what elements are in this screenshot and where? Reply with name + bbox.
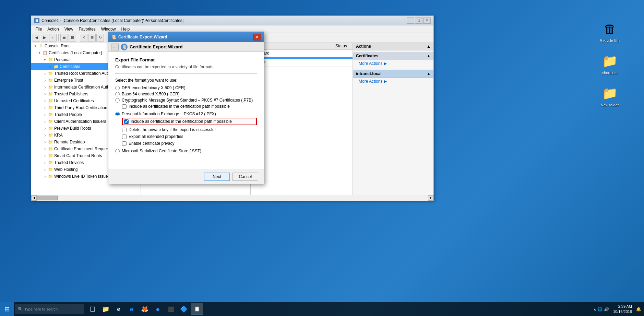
expand-trusted-root[interactable]: ▷ [42, 71, 48, 76]
checkbox-pkcs7-include[interactable] [122, 104, 127, 109]
expand-windows-live[interactable]: ▷ [42, 174, 48, 179]
format-pkcs7[interactable]: Cryptographic Message Syntax Standard – … [115, 98, 257, 103]
menu-favorites[interactable]: Favorites [76, 26, 98, 32]
toolbar-forward[interactable]: ▶ [41, 34, 48, 42]
expand-preview-build[interactable]: ▷ [42, 126, 48, 131]
radio-base64[interactable] [115, 92, 120, 96]
taskbar-firefox[interactable]: 🦊 [139, 303, 151, 315]
expand-web-hosting[interactable]: ▷ [42, 167, 48, 172]
expand-remote-desktop[interactable]: ▷ [42, 139, 48, 145]
more-actions-certs-button[interactable]: More Actions ▶ [353, 60, 433, 67]
taskbar-clock[interactable]: 2:39 AM 10/16/2018 [610, 304, 635, 315]
expand-certs-local[interactable]: ▼ [37, 50, 42, 56]
pfx-delete-key[interactable]: Delete the private key if the export is … [122, 127, 257, 132]
checkbox-pfx-delete-key[interactable] [122, 128, 127, 132]
checkbox-pfx-export-props[interactable] [122, 134, 127, 139]
dialog-back-button[interactable]: ← [111, 44, 119, 50]
toolbar-back[interactable]: ◀ [33, 34, 40, 42]
expand-trusted-people[interactable]: ▷ [42, 112, 48, 117]
menu-window[interactable]: Window [98, 26, 119, 32]
certs-collapse-icon[interactable]: ▲ [427, 54, 431, 58]
pfx-include-certs[interactable]: Include all certificates in the certific… [122, 118, 257, 125]
name-item-intranet[interactable] [251, 57, 353, 59]
expand-personal[interactable]: ▼ [42, 57, 48, 62]
format-pfx[interactable]: Personal Information Exchange – PKCS #12… [115, 112, 257, 116]
scroll-left[interactable]: ◀ [31, 195, 37, 201]
pfx-export-props[interactable]: Export all extended properties [122, 134, 257, 139]
pkcs7-include-certs[interactable]: Include all certificates in the certific… [122, 104, 257, 109]
expand-enterprise-trust[interactable]: ▷ [42, 78, 48, 83]
expand-trusted-publishers[interactable]: ▷ [42, 91, 48, 97]
desktop-icons: 🗑 Recycle Bin 📁 shortcuts 📁 New folder [596, 21, 623, 107]
toolbar-2[interactable]: ⊞ [69, 34, 76, 42]
label-pfx-enable-privacy: Enable certificate privacy [129, 141, 174, 146]
notification-icon[interactable]: 🔔 [636, 307, 641, 312]
scroll-right[interactable]: ▶ [428, 195, 433, 201]
expand-untrusted-certs[interactable]: ▷ [42, 98, 48, 104]
format-base64[interactable]: Base-64 encoded X.509 (.CER) [115, 92, 257, 96]
more-actions-certs-arrow: ▶ [384, 61, 387, 66]
toolbar-refresh[interactable]: ↻ [96, 34, 104, 42]
expand-trusted-devices[interactable]: ▷ [42, 160, 48, 165]
name-item-wildcard[interactable]: Wildcard [251, 50, 353, 57]
expand-intermediate-ca[interactable]: ▷ [42, 84, 48, 90]
expand-console-root[interactable]: ▼ [33, 43, 38, 49]
pfx-enable-privacy[interactable]: Enable certificate privacy [122, 141, 257, 146]
expand-third-party-root[interactable]: ▷ [42, 105, 48, 110]
name-item-sha2[interactable]: -SHA2 [251, 59, 353, 67]
expand-certificates[interactable]: ▷ [48, 64, 53, 69]
tray-up-arrow[interactable]: ∧ [594, 307, 596, 311]
recycle-bin-icon[interactable]: 🗑 Recycle Bin [596, 21, 623, 43]
cancel-button[interactable]: Cancel [232, 173, 258, 181]
scroll-thumb[interactable] [37, 196, 58, 200]
taskbar-file-explorer[interactable]: 📁 [99, 303, 112, 315]
radio-der[interactable] [115, 86, 120, 90]
tray-volume-icon[interactable]: 🔊 [604, 307, 609, 312]
close-button[interactable]: ✕ [423, 17, 431, 24]
checkbox-pfx-include[interactable] [124, 119, 129, 124]
taskbar-mmc[interactable]: 📋 [191, 303, 203, 315]
actions-intranet-header[interactable]: intranet.local ▲ [353, 70, 433, 78]
actions-collapse-icon[interactable]: ▲ [427, 44, 431, 49]
toolbar-properties[interactable]: ⊟ [88, 34, 96, 42]
taskbar-cmd[interactable]: ⬛ [165, 303, 177, 315]
certs-section-title: Certificates [356, 54, 378, 58]
menu-file[interactable]: File [33, 26, 45, 32]
menu-help[interactable]: Help [119, 26, 133, 32]
taskbar-search-box[interactable]: 🔍 Type here to search [15, 304, 84, 314]
expand-smart-card[interactable]: ▷ [42, 153, 48, 159]
toolbar-delete[interactable]: ✕ [80, 34, 87, 42]
menu-action[interactable]: Action [45, 26, 61, 32]
start-button[interactable]: ⊞ [0, 302, 14, 316]
next-button[interactable]: Next [204, 173, 230, 181]
taskbar-edge[interactable]: e [112, 303, 125, 315]
radio-pkcs7[interactable] [115, 98, 120, 103]
minimize-button[interactable]: _ [407, 17, 414, 24]
expand-client-auth[interactable]: ▷ [42, 119, 48, 124]
toolbar-up[interactable]: ↑ [49, 34, 57, 42]
taskbar-chrome[interactable]: ● [152, 303, 164, 315]
taskbar-ie[interactable]: e [126, 303, 138, 315]
folder-icon-preview-build: 📁 [48, 126, 53, 131]
more-actions-intranet-button[interactable]: More Actions ▶ [353, 78, 433, 85]
restore-button[interactable]: □ [415, 17, 422, 24]
intranet-collapse-icon[interactable]: ▲ [427, 71, 431, 76]
toolbar-show-hide[interactable]: ☰ [60, 34, 68, 42]
tray-network-icon[interactable]: 🌐 [597, 307, 603, 312]
format-sst[interactable]: Microsoft Serialized Certificate Store (… [115, 149, 257, 153]
checkbox-pfx-enable-privacy[interactable] [122, 141, 127, 146]
taskbar-task-view[interactable]: ❑ [86, 303, 99, 315]
radio-sst[interactable] [115, 149, 120, 153]
scroll-track[interactable] [37, 195, 428, 201]
shortcuts-folder-icon[interactable]: 📁 shortcuts [596, 53, 623, 75]
expand-kra[interactable]: ▷ [42, 132, 48, 138]
menu-view[interactable]: View [62, 26, 76, 32]
expand-cert-enrollment[interactable]: ▷ [42, 146, 48, 152]
dialog-close-button[interactable]: ✕ [253, 34, 261, 40]
format-der[interactable]: DER encoded binary X.509 (.CER) [115, 85, 257, 90]
radio-pfx[interactable] [115, 112, 120, 116]
toolbar-sep3 [106, 34, 106, 41]
new-folder-icon[interactable]: 📁 New folder [596, 85, 623, 107]
taskbar-powershell[interactable]: 🔷 [178, 303, 190, 315]
actions-certs-header[interactable]: Certificates ▲ [353, 52, 433, 60]
